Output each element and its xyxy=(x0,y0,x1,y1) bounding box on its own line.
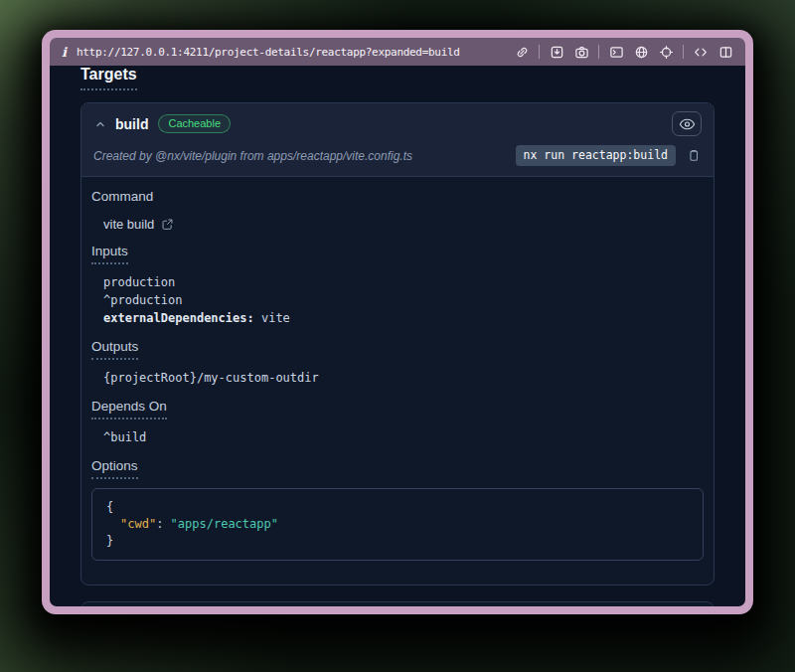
browser-toolbar: i http://127.0.0.1:4211/project-details/… xyxy=(50,38,745,66)
terminal-icon[interactable] xyxy=(608,44,624,60)
build-card-toggle[interactable]: build Cacheable xyxy=(93,111,702,136)
copy-icon[interactable] xyxy=(686,148,702,164)
chevron-up-icon[interactable] xyxy=(93,117,107,131)
build-card-body: Command vite build Inputs production xyxy=(81,177,714,585)
cacheable-badge: Cacheable xyxy=(158,114,231,133)
run-command-chip: nx run reactapp:build xyxy=(516,145,676,166)
inputs-list: production ^production externalDependenc… xyxy=(91,273,704,327)
options-code-block: { "cwd": "apps/reactapp" } xyxy=(91,488,704,561)
depends-on-list: ^build xyxy=(91,428,704,446)
build-card-header: build Cacheable Created by @nx/vite/plug… xyxy=(81,103,714,177)
outputs-section-label: Outputs xyxy=(91,339,704,360)
created-by-text: Created by @nx/vite/plugin from apps/rea… xyxy=(93,149,412,163)
view-target-button[interactable] xyxy=(672,111,702,136)
split-view-icon[interactable] xyxy=(717,44,733,60)
toolbar-separator xyxy=(598,45,599,59)
depends-on-item: ^build xyxy=(91,428,704,446)
toolbar-separator xyxy=(683,45,684,59)
info-icon: i xyxy=(62,45,67,60)
json-line: { xyxy=(106,499,689,516)
import-box-icon[interactable] xyxy=(549,44,564,60)
globe-icon[interactable] xyxy=(633,44,649,60)
link-icon[interactable] xyxy=(514,44,530,60)
address-bar[interactable]: http://127.0.0.1:4211/project-details/re… xyxy=(77,46,460,59)
toolbar-separator xyxy=(539,45,540,59)
command-value: vite build xyxy=(103,217,154,232)
input-item: ^production xyxy=(91,291,704,309)
command-value-row: vite build xyxy=(91,217,704,232)
project-details-page: Targets build Cacheable xyxy=(50,66,745,606)
json-value: "apps/reactapp" xyxy=(171,517,278,531)
crosshair-icon[interactable] xyxy=(658,44,674,60)
json-line: } xyxy=(106,533,689,550)
build-target-card: build Cacheable Created by @nx/vite/plug… xyxy=(80,102,715,586)
inputs-section-label: Inputs xyxy=(91,244,704,264)
browser-window: i http://127.0.0.1:4211/project-details/… xyxy=(42,30,753,614)
depends-on-section-label: Depends On xyxy=(91,399,704,420)
build-card-subheader: Created by @nx/vite/plugin from apps/rea… xyxy=(93,145,702,166)
command-section-label: Command xyxy=(91,189,704,204)
json-key: "cwd" xyxy=(120,517,156,531)
input-item-external-deps: externalDependencies: vite xyxy=(91,309,704,327)
serve-card-toggle[interactable]: serve vite serve xyxy=(81,602,714,606)
external-link-icon[interactable] xyxy=(161,218,175,232)
target-name: build xyxy=(115,116,148,132)
camera-icon[interactable] xyxy=(573,44,589,60)
page-title: Targets xyxy=(80,66,137,90)
outputs-list: {projectRoot}/my-custom-outdir xyxy=(91,369,704,387)
serve-target-card: serve vite serve xyxy=(80,601,715,606)
eye-icon xyxy=(679,117,696,131)
output-item: {projectRoot}/my-custom-outdir xyxy=(91,369,704,387)
input-item: production xyxy=(91,273,704,291)
code-icon[interactable] xyxy=(693,44,709,60)
options-section-label: Options xyxy=(91,458,704,479)
json-line: "cwd": "apps/reactapp" xyxy=(106,516,689,533)
